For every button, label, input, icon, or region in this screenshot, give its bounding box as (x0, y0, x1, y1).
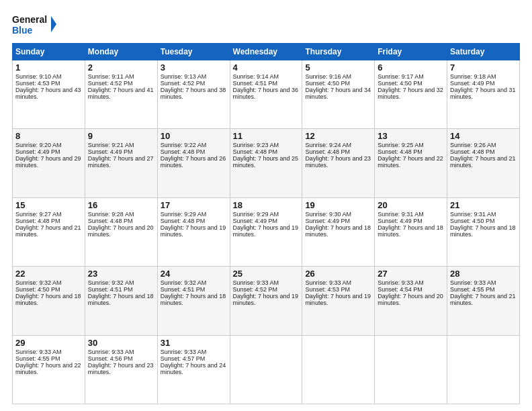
calendar-cell: 4Sunrise: 9:14 AMSunset: 4:51 PMDaylight… (230, 60, 302, 129)
calendar-cell: 16Sunrise: 9:28 AMSunset: 4:48 PMDayligh… (85, 197, 157, 266)
sunset-text: Sunset: 4:49 PM (15, 148, 82, 155)
calendar-cell: 10Sunrise: 9:22 AMSunset: 4:48 PMDayligh… (157, 129, 230, 197)
calendar-cell: 5Sunrise: 9:16 AMSunset: 4:50 PMDaylight… (302, 60, 375, 129)
calendar-cell: 9Sunrise: 9:21 AMSunset: 4:49 PMDaylight… (85, 129, 157, 197)
sunrise-text: Sunrise: 9:20 AM (15, 142, 82, 148)
calendar-cell: 31Sunrise: 9:33 AMSunset: 4:57 PMDayligh… (157, 335, 230, 404)
sunset-text: Sunset: 4:48 PM (305, 148, 371, 155)
calendar-cell: 30Sunrise: 9:33 AMSunset: 4:56 PMDayligh… (85, 335, 157, 404)
daylight-text: Daylight: 7 hours and 31 minutes. (450, 87, 517, 100)
daylight-text: Daylight: 7 hours and 18 minutes. (305, 224, 371, 238)
daylight-text: Daylight: 7 hours and 18 minutes. (161, 293, 227, 306)
calendar-cell: 20Sunrise: 9:31 AMSunset: 4:49 PMDayligh… (375, 197, 447, 266)
day-number: 6 (378, 62, 444, 73)
sunset-text: Sunset: 4:51 PM (88, 286, 154, 293)
calendar-col-header: Thursday (302, 44, 375, 60)
sunset-text: Sunset: 4:50 PM (450, 218, 517, 224)
sunrise-text: Sunrise: 9:31 AM (450, 211, 517, 218)
sunrise-text: Sunrise: 9:32 AM (15, 279, 82, 286)
day-number: 20 (378, 200, 444, 210)
daylight-text: Daylight: 7 hours and 24 minutes. (161, 362, 227, 375)
calendar-week-row: 29Sunrise: 9:33 AMSunset: 4:55 PMDayligh… (13, 335, 520, 404)
sunset-text: Sunset: 4:52 PM (161, 80, 227, 87)
calendar-cell: 11Sunrise: 9:23 AMSunset: 4:48 PMDayligh… (230, 129, 302, 197)
sunset-text: Sunset: 4:56 PM (88, 355, 154, 362)
calendar-cell: 24Sunrise: 9:32 AMSunset: 4:51 PMDayligh… (157, 267, 230, 335)
sunset-text: Sunset: 4:49 PM (305, 218, 371, 224)
daylight-text: Daylight: 7 hours and 19 minutes. (233, 224, 300, 238)
sunrise-text: Sunrise: 9:21 AM (88, 142, 154, 148)
day-number: 4 (233, 62, 300, 73)
calendar-cell: 15Sunrise: 9:27 AMSunset: 4:48 PMDayligh… (13, 197, 85, 266)
calendar-cell (302, 335, 375, 404)
calendar-week-row: 1Sunrise: 9:10 AMSunset: 4:53 PMDaylight… (13, 60, 520, 129)
day-number: 2 (88, 62, 154, 73)
sunrise-text: Sunrise: 9:23 AM (233, 142, 300, 148)
daylight-text: Daylight: 7 hours and 19 minutes. (233, 293, 300, 306)
calendar-cell: 29Sunrise: 9:33 AMSunset: 4:55 PMDayligh… (13, 335, 85, 404)
sunset-text: Sunset: 4:49 PM (450, 80, 517, 87)
sunrise-text: Sunrise: 9:33 AM (161, 349, 227, 355)
sunset-text: Sunset: 4:48 PM (233, 148, 300, 155)
daylight-text: Daylight: 7 hours and 27 minutes. (88, 155, 154, 169)
sunrise-text: Sunrise: 9:30 AM (305, 211, 371, 218)
calendar-cell: 6Sunrise: 9:17 AMSunset: 4:50 PMDaylight… (375, 60, 447, 129)
sunset-text: Sunset: 4:52 PM (88, 80, 154, 87)
day-number: 31 (161, 338, 227, 348)
calendar-week-row: 15Sunrise: 9:27 AMSunset: 4:48 PMDayligh… (13, 197, 520, 266)
day-number: 8 (15, 131, 82, 141)
sunset-text: Sunset: 4:48 PM (15, 218, 82, 224)
sunrise-text: Sunrise: 9:10 AM (15, 73, 82, 80)
calendar-table: SundayMondayTuesdayWednesdayThursdayFrid… (12, 43, 520, 404)
day-number: 28 (450, 269, 517, 279)
day-number: 11 (233, 131, 300, 141)
calendar-week-row: 22Sunrise: 9:32 AMSunset: 4:50 PMDayligh… (13, 267, 520, 335)
calendar-cell: 14Sunrise: 9:26 AMSunset: 4:48 PMDayligh… (447, 129, 520, 197)
logo-svg: GeneralBlue (12, 12, 59, 36)
calendar-cell (375, 335, 447, 404)
sunset-text: Sunset: 4:51 PM (161, 286, 227, 293)
sunrise-text: Sunrise: 9:33 AM (305, 279, 371, 286)
day-number: 3 (161, 62, 227, 73)
day-number: 24 (161, 269, 227, 279)
calendar-cell: 12Sunrise: 9:24 AMSunset: 4:48 PMDayligh… (302, 129, 375, 197)
daylight-text: Daylight: 7 hours and 22 minutes. (15, 362, 82, 375)
calendar-cell: 22Sunrise: 9:32 AMSunset: 4:50 PMDayligh… (13, 267, 85, 335)
sunset-text: Sunset: 4:51 PM (233, 80, 300, 87)
day-number: 29 (15, 338, 82, 348)
daylight-text: Daylight: 7 hours and 22 minutes. (378, 155, 444, 169)
sunset-text: Sunset: 4:55 PM (15, 355, 82, 362)
day-number: 19 (305, 200, 371, 210)
sunrise-text: Sunrise: 9:26 AM (450, 142, 517, 148)
sunrise-text: Sunrise: 9:25 AM (378, 142, 444, 148)
sunrise-text: Sunrise: 9:18 AM (450, 73, 517, 80)
calendar-col-header: Wednesday (230, 44, 302, 60)
daylight-text: Daylight: 7 hours and 18 minutes. (450, 224, 517, 238)
day-number: 7 (450, 62, 517, 73)
daylight-text: Daylight: 7 hours and 43 minutes. (15, 87, 82, 100)
daylight-text: Daylight: 7 hours and 38 minutes. (161, 87, 227, 100)
daylight-text: Daylight: 7 hours and 36 minutes. (233, 87, 300, 100)
sunset-text: Sunset: 4:52 PM (233, 286, 300, 293)
sunset-text: Sunset: 4:50 PM (378, 80, 444, 87)
calendar-col-header: Sunday (13, 44, 85, 60)
sunset-text: Sunset: 4:49 PM (233, 218, 300, 224)
daylight-text: Daylight: 7 hours and 23 minutes. (305, 155, 371, 169)
sunset-text: Sunset: 4:48 PM (450, 148, 517, 155)
day-number: 5 (305, 62, 371, 73)
sunrise-text: Sunrise: 9:28 AM (88, 211, 154, 218)
daylight-text: Daylight: 7 hours and 19 minutes. (161, 224, 227, 238)
day-number: 26 (305, 269, 371, 279)
day-number: 12 (305, 131, 371, 141)
daylight-text: Daylight: 7 hours and 19 minutes. (305, 293, 371, 306)
daylight-text: Daylight: 7 hours and 21 minutes. (450, 293, 517, 306)
day-number: 30 (88, 338, 154, 348)
daylight-text: Daylight: 7 hours and 20 minutes. (88, 224, 154, 238)
sunrise-text: Sunrise: 9:11 AM (88, 73, 154, 80)
sunrise-text: Sunrise: 9:33 AM (450, 279, 517, 286)
calendar-week-row: 8Sunrise: 9:20 AMSunset: 4:49 PMDaylight… (13, 129, 520, 197)
sunset-text: Sunset: 4:54 PM (378, 286, 444, 293)
sunset-text: Sunset: 4:49 PM (378, 218, 444, 224)
calendar-cell: 27Sunrise: 9:33 AMSunset: 4:54 PMDayligh… (375, 267, 447, 335)
day-number: 16 (88, 200, 154, 210)
